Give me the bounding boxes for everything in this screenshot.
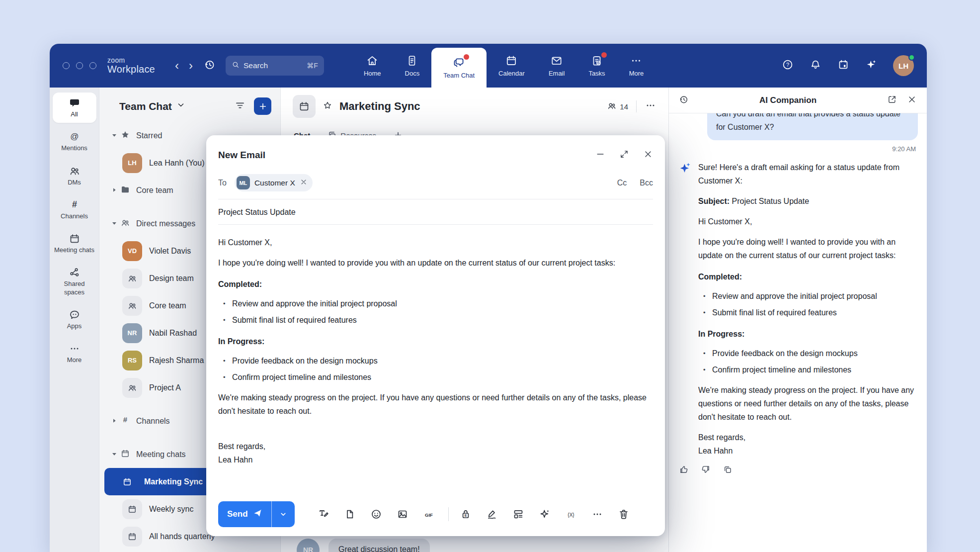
section-label: Core team	[136, 186, 173, 195]
minimize-button[interactable]	[595, 149, 605, 161]
format-icon	[318, 508, 329, 520]
history-button[interactable]	[204, 59, 216, 73]
chat-item-label: All hands quarterly	[149, 532, 215, 541]
avatar: VD	[122, 241, 142, 261]
ai-popout-button[interactable]	[887, 94, 897, 106]
window-minimize-button[interactable]	[76, 62, 83, 69]
notifications-button[interactable]	[810, 59, 821, 73]
thumb-up-button[interactable]	[679, 464, 689, 476]
format-button[interactable]	[315, 505, 333, 524]
folder-icon	[120, 184, 130, 194]
thumb-down-icon	[701, 464, 711, 474]
template-button[interactable]	[509, 505, 528, 524]
close-button[interactable]	[643, 149, 653, 161]
panel-title-dropdown[interactable]: Team Chat	[119, 100, 186, 112]
tri-down-icon	[110, 131, 118, 139]
remove-recipient-button[interactable]	[300, 178, 308, 187]
paragraph: I hope you're doing well! I wanted to pr…	[218, 256, 653, 270]
user-avatar[interactable]: LH	[893, 55, 914, 76]
send-options-button[interactable]	[272, 501, 295, 527]
favorite-star-button[interactable]	[323, 100, 332, 112]
svg-text:@: @	[70, 132, 79, 141]
send-button[interactable]: Send	[218, 501, 272, 527]
help-button[interactable]: ?	[782, 59, 794, 73]
collapse-arrow-icon[interactable]	[110, 219, 117, 228]
more-button[interactable]	[588, 505, 607, 524]
bullet-item: •Review and approve the initial project …	[223, 297, 653, 310]
svg-text:#: #	[72, 199, 77, 209]
filter-button[interactable]	[234, 99, 246, 113]
chat-item-label: Nabil Rashad	[149, 329, 197, 338]
search-input[interactable]: Search ⌘F	[226, 56, 324, 76]
ai-companion-logo-icon	[679, 162, 692, 175]
expand-arrow-icon[interactable]	[110, 186, 117, 195]
collapse-arrow-icon[interactable]	[110, 450, 117, 459]
attach-file-button[interactable]	[341, 505, 359, 524]
calendar-shortcut-button[interactable]	[837, 59, 849, 73]
back-button[interactable]: ‹	[170, 59, 184, 73]
sidebar-item-mentions[interactable]: @Mentions	[53, 126, 96, 157]
bullet-item: •Provide feedback on the design mockups	[703, 347, 918, 360]
sidebar-item-apps[interactable]: Apps	[53, 304, 96, 335]
sidebar-item-channels[interactable]: #Channels	[53, 194, 96, 225]
window-zoom-button[interactable]	[89, 62, 96, 69]
new-email-modal: New Email To ML Customer X Cc Bcc Projec…	[206, 135, 665, 536]
bullet-list: •Provide feedback on the design mockups•…	[698, 347, 918, 376]
nav-tab-docs[interactable]: Docs	[393, 44, 432, 88]
subject-field[interactable]: Project Status Update	[218, 208, 653, 217]
gif-button[interactable]: GIF	[420, 505, 438, 524]
encrypt-button[interactable]: E	[457, 505, 475, 524]
email-body-editor[interactable]: Hi Customer X,I hope you're doing well! …	[218, 236, 653, 466]
sidebar-item-meeting-chats[interactable]: Meeting chats	[53, 228, 96, 259]
sidebar-item-more[interactable]: More	[53, 338, 96, 368]
chat-more-button[interactable]	[645, 99, 656, 113]
emoji-button[interactable]	[367, 505, 386, 524]
window-close-button[interactable]	[63, 62, 70, 69]
bcc-button[interactable]: Bcc	[640, 179, 653, 187]
variable-icon: {X}	[565, 508, 577, 520]
ai-sparkle-button[interactable]	[536, 505, 554, 524]
ai-history-button[interactable]	[679, 94, 689, 106]
signature-button[interactable]	[483, 505, 501, 524]
sidebar-item-dms[interactable]: DMs	[53, 161, 96, 191]
sidebar-item-label: All	[71, 110, 78, 118]
sidebar-item-shared-spaces[interactable]: Shared spaces	[53, 262, 96, 301]
chat-item-label: Marketing Sync	[144, 477, 203, 486]
nav-tab-tasks[interactable]: Tasks	[576, 44, 617, 88]
encrypt-icon: E	[460, 508, 472, 520]
nav-tab-more[interactable]: More	[617, 44, 656, 88]
expand-button[interactable]	[619, 149, 629, 161]
nav-tab-team-chat[interactable]: Team Chat	[431, 48, 487, 88]
ai-close-button[interactable]	[907, 94, 917, 106]
member-count-button[interactable]: 14	[607, 101, 628, 112]
forward-button[interactable]: ›	[184, 59, 198, 73]
calendar-icon	[127, 532, 137, 542]
toolbar-divider	[448, 507, 449, 521]
calendar-icon	[122, 477, 132, 487]
section-heading: Completed:	[218, 277, 653, 291]
image-button[interactable]	[394, 505, 412, 524]
collapse-arrow-icon[interactable]	[110, 131, 117, 140]
nav-tab-calendar[interactable]: Calendar	[487, 44, 537, 88]
ai-companion-button[interactable]	[865, 59, 877, 73]
nav-tab-email[interactable]: Email	[537, 44, 577, 88]
window-controls	[63, 62, 96, 69]
hash-icon: #	[120, 415, 130, 425]
email-toolbar: Send GIFE{X}	[218, 501, 653, 527]
new-chat-button[interactable]	[254, 97, 271, 115]
thumb-down-button[interactable]	[701, 464, 711, 476]
external-icon	[887, 94, 897, 104]
chat-item-lea-rajesh-1-1[interactable]: Lea/Rajesh 1:1	[99, 550, 280, 552]
expand-arrow-icon[interactable]	[110, 417, 117, 426]
more-icon	[630, 54, 643, 67]
cc-button[interactable]: Cc	[617, 179, 627, 187]
calendar-icon	[505, 54, 518, 67]
copy-button[interactable]	[723, 464, 733, 476]
sidebar-item-all[interactable]: All	[53, 92, 96, 123]
trash-button[interactable]	[615, 505, 633, 524]
recipient-chip[interactable]: ML Customer X	[235, 174, 313, 191]
variable-button[interactable]: {X}	[562, 505, 580, 524]
people-icon	[120, 218, 130, 230]
nav-tab-home[interactable]: Home	[352, 44, 393, 88]
sidebar-item-label: Mentions	[61, 144, 87, 152]
